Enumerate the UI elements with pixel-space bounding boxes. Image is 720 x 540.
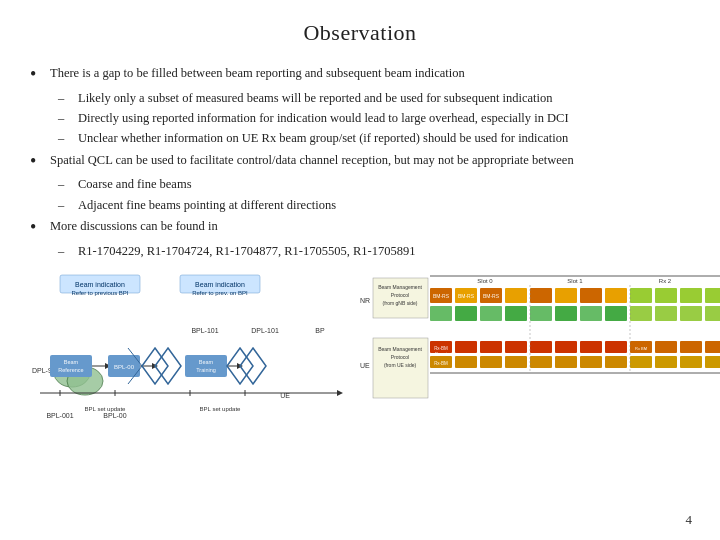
svg-rect-58	[630, 288, 652, 303]
bullet-text-2: Spatial QCL can be used to facilitate co…	[50, 151, 690, 170]
svg-text:BM-RS: BM-RS	[433, 293, 450, 299]
page-number: 4	[686, 512, 693, 528]
svg-text:BPL-00: BPL-00	[114, 364, 135, 370]
svg-text:(from UE side): (from UE side)	[384, 362, 417, 368]
svg-text:Beam Management: Beam Management	[378, 346, 422, 352]
dash-1-2: –	[58, 109, 74, 128]
svg-text:Beam indication: Beam indication	[75, 281, 125, 288]
svg-text:(from gNB side): (from gNB side)	[382, 300, 417, 306]
svg-rect-94	[705, 341, 720, 353]
dash-2-2: –	[58, 196, 74, 215]
sub-text-2-2: Adjacent fine beams pointing at differen…	[78, 196, 336, 215]
svg-rect-85	[505, 341, 527, 353]
svg-text:BM-RS: BM-RS	[458, 293, 475, 299]
svg-rect-89	[605, 341, 627, 353]
svg-rect-100	[530, 356, 552, 368]
svg-rect-65	[505, 306, 527, 321]
sub-item-1-3: – Unclear whether information on UE Rx b…	[58, 129, 690, 148]
svg-rect-59	[655, 288, 677, 303]
svg-rect-68	[580, 306, 602, 321]
svg-rect-103	[605, 356, 627, 368]
slide-title: Observation	[30, 20, 690, 46]
svg-text:Rx 2: Rx 2	[659, 278, 672, 284]
svg-text:Protocol: Protocol	[391, 354, 409, 360]
dash-2-1: –	[58, 175, 74, 194]
svg-rect-62	[430, 306, 452, 321]
sub-text-1-1: Likely only a subset of measured beams w…	[78, 89, 553, 108]
svg-rect-98	[480, 356, 502, 368]
svg-text:Beam: Beam	[64, 359, 79, 365]
sub-bullets-3: – R1-1704229, R1-1704724, R1-1704877, R1…	[58, 242, 690, 261]
svg-rect-54	[530, 288, 552, 303]
bullet-1: • There is a gap to be filled between be…	[30, 64, 690, 86]
svg-rect-87	[555, 341, 577, 353]
dash-3-1: –	[58, 242, 74, 261]
svg-text:BPL-00: BPL-00	[103, 412, 126, 419]
svg-text:Training: Training	[196, 367, 216, 373]
svg-rect-71	[655, 306, 677, 321]
svg-text:Beam indication: Beam indication	[195, 281, 245, 288]
sub-bullets-1: – Likely only a subset of measured beams…	[58, 89, 690, 149]
sub-bullets-2: – Coarse and fine beams – Adjacent fine …	[58, 175, 690, 215]
bullet-text-1: There is a gap to be filled between beam…	[50, 64, 690, 83]
svg-rect-66	[530, 306, 552, 321]
svg-rect-60	[680, 288, 702, 303]
svg-rect-70	[630, 306, 652, 321]
svg-rect-67	[555, 306, 577, 321]
bullet-dot-2: •	[30, 151, 46, 173]
svg-rect-83	[455, 341, 477, 353]
svg-rect-88	[580, 341, 602, 353]
svg-text:Refer to previous BPI: Refer to previous BPI	[71, 290, 128, 296]
svg-rect-57	[605, 288, 627, 303]
svg-text:Reference: Reference	[58, 367, 83, 373]
bullet-text-3: More discussions can be found in	[50, 217, 690, 236]
svg-rect-105	[655, 356, 677, 368]
svg-rect-92	[655, 341, 677, 353]
svg-rect-55	[555, 288, 577, 303]
svg-rect-84	[480, 341, 502, 353]
right-diagram: NR Beam Management Protocol (from gNB si…	[355, 273, 720, 428]
svg-text:BPL-001: BPL-001	[46, 412, 73, 419]
svg-text:Slot 1: Slot 1	[567, 278, 583, 284]
left-diagram: Beam indication Refer to previous BPI Be…	[30, 273, 350, 428]
svg-text:DPL-101: DPL-101	[251, 327, 279, 334]
svg-rect-99	[505, 356, 527, 368]
svg-text:NR: NR	[360, 297, 370, 304]
svg-text:BP: BP	[315, 327, 325, 334]
svg-rect-101	[555, 356, 577, 368]
svg-rect-61	[705, 288, 720, 303]
svg-text:BPL-101: BPL-101	[191, 327, 218, 334]
svg-rect-64	[480, 306, 502, 321]
sub-item-1-1: – Likely only a subset of measured beams…	[58, 89, 690, 108]
svg-text:Slot 0: Slot 0	[477, 278, 493, 284]
svg-text:Beam Management: Beam Management	[378, 284, 422, 290]
sub-item-3-1: – R1-1704229, R1-1704724, R1-1704877, R1…	[58, 242, 690, 261]
svg-text:Rx BM: Rx BM	[635, 346, 647, 351]
bullet-2: • Spatial QCL can be used to facilitate …	[30, 151, 690, 173]
svg-rect-53	[505, 288, 527, 303]
diagram-area: Beam indication Refer to previous BPI Be…	[30, 273, 690, 428]
svg-rect-73	[705, 306, 720, 321]
svg-text:Rx-BM: Rx-BM	[434, 361, 448, 366]
dash-1-3: –	[58, 129, 74, 148]
svg-rect-104	[630, 356, 652, 368]
svg-rect-107	[705, 356, 720, 368]
content-area: • There is a gap to be filled between be…	[30, 64, 690, 261]
svg-text:UE: UE	[360, 362, 370, 369]
svg-rect-69	[605, 306, 627, 321]
svg-text:Beam: Beam	[199, 359, 214, 365]
svg-text:Report: Report	[435, 351, 448, 356]
svg-rect-72	[680, 306, 702, 321]
svg-rect-106	[680, 356, 702, 368]
bullet-3: • More discussions can be found in	[30, 217, 690, 239]
sub-text-2-1: Coarse and fine beams	[78, 175, 192, 194]
svg-text:BPL set update: BPL set update	[200, 406, 241, 412]
bullet-dot-3: •	[30, 217, 46, 239]
bullet-dot-1: •	[30, 64, 46, 86]
sub-text-1-2: Directly using reported information for …	[78, 109, 569, 128]
svg-text:Protocol: Protocol	[391, 292, 409, 298]
sub-text-3-1: R1-1704229, R1-1704724, R1-1704877, R1-1…	[78, 242, 416, 261]
sub-item-2-2: – Adjacent fine beams pointing at differ…	[58, 196, 690, 215]
svg-rect-93	[680, 341, 702, 353]
svg-rect-86	[530, 341, 552, 353]
